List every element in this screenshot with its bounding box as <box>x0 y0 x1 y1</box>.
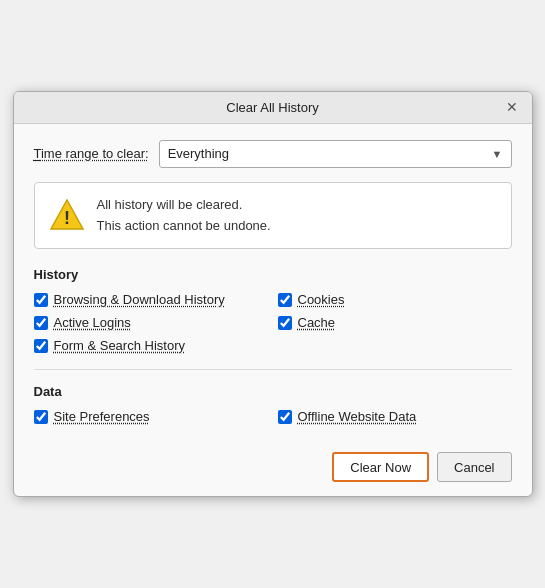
svg-text:!: ! <box>64 208 70 228</box>
cancel-button[interactable]: Cancel <box>437 452 511 482</box>
checkbox-browsing-label: Browsing & Download History <box>54 292 225 307</box>
checkbox-formsearch-input[interactable] <box>34 339 48 353</box>
warning-icon: ! <box>49 197 85 233</box>
checkbox-cookies-label: Cookies <box>298 292 345 307</box>
checkbox-cache-input[interactable] <box>278 316 292 330</box>
history-checkboxes: Browsing & Download History Cookies Acti… <box>34 292 512 353</box>
checkbox-offline-input[interactable] <box>278 410 292 424</box>
warning-box: ! All history will be cleared. This acti… <box>34 182 512 250</box>
checkbox-siteprefs[interactable]: Site Preferences <box>34 409 268 424</box>
time-range-label: Time range to clear: <box>34 146 149 161</box>
button-row: Clear Now Cancel <box>34 448 512 482</box>
dialog-body: Time range to clear: Everything ▼ ! All … <box>14 124 532 497</box>
data-section-label: Data <box>34 384 512 399</box>
checkbox-offline[interactable]: Offline Website Data <box>278 409 512 424</box>
checkbox-offline-label: Offline Website Data <box>298 409 417 424</box>
checkbox-logins[interactable]: Active Logins <box>34 315 268 330</box>
warning-line2: This action cannot be undone. <box>97 216 271 237</box>
warning-line1: All history will be cleared. <box>97 195 271 216</box>
warning-text: All history will be cleared. This action… <box>97 195 271 237</box>
section-divider <box>34 369 512 370</box>
clear-history-dialog: Clear All History ✕ Time range to clear:… <box>13 91 533 498</box>
data-checkboxes: Site Preferences Offline Website Data <box>34 409 512 424</box>
checkbox-logins-input[interactable] <box>34 316 48 330</box>
checkbox-siteprefs-input[interactable] <box>34 410 48 424</box>
history-section-label: History <box>34 267 512 282</box>
dialog-title: Clear All History <box>44 100 502 115</box>
clear-now-button[interactable]: Clear Now <box>332 452 429 482</box>
chevron-down-icon: ▼ <box>492 148 503 160</box>
checkbox-logins-label: Active Logins <box>54 315 131 330</box>
checkbox-formsearch[interactable]: Form & Search History <box>34 338 268 353</box>
time-range-dropdown[interactable]: Everything ▼ <box>159 140 512 168</box>
checkbox-cache-label: Cache <box>298 315 336 330</box>
checkbox-browsing-input[interactable] <box>34 293 48 307</box>
checkbox-siteprefs-label: Site Preferences <box>54 409 150 424</box>
checkbox-browsing[interactable]: Browsing & Download History <box>34 292 268 307</box>
checkbox-cookies[interactable]: Cookies <box>278 292 512 307</box>
checkbox-formsearch-label: Form & Search History <box>54 338 185 353</box>
dropdown-value: Everything <box>168 146 229 161</box>
title-bar: Clear All History ✕ <box>14 92 532 124</box>
close-button[interactable]: ✕ <box>502 97 522 117</box>
checkbox-cache[interactable]: Cache <box>278 315 512 330</box>
time-range-row: Time range to clear: Everything ▼ <box>34 140 512 168</box>
checkbox-cookies-input[interactable] <box>278 293 292 307</box>
